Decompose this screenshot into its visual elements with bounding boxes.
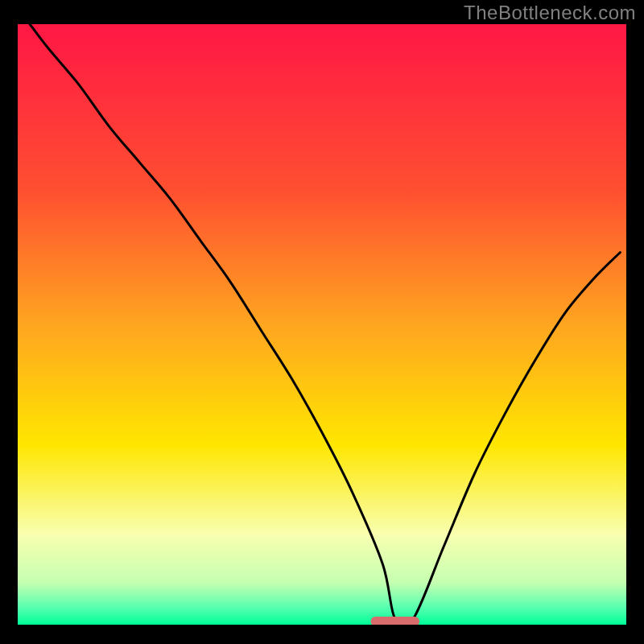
plot-area (18, 24, 626, 625)
optimal-marker (371, 617, 420, 625)
gradient-background (18, 24, 626, 625)
watermark-text: TheBottleneck.com (464, 2, 636, 24)
chart-frame: TheBottleneck.com (0, 0, 644, 644)
chart-svg (18, 24, 626, 625)
